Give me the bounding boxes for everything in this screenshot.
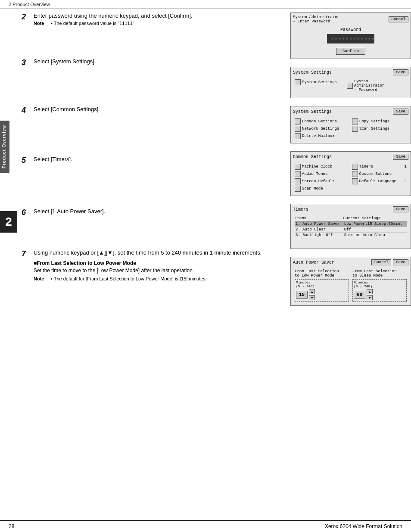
panel3-item-mailbox: Delete Mailbox xyxy=(295,133,349,139)
panel6-col2: From Last Selection to Sleep Mode Minute… xyxy=(352,269,407,302)
step-num-5: 5 xyxy=(22,156,30,165)
panel1-cancel-btn[interactable]: Cancel xyxy=(389,16,408,22)
panel-common-settings: Common Settings Save Machine Clock Audio… xyxy=(290,151,411,196)
panel6-cancel-btn[interactable]: Cancel xyxy=(371,259,391,265)
panel6-save-btn[interactable]: Save xyxy=(393,259,408,265)
panel6-col1-value: 15 xyxy=(296,291,308,299)
panel2-sys-settings-label: System Settings xyxy=(302,80,337,84)
timers-col-items: Items xyxy=(295,216,343,221)
panel6-col2-value: 60 xyxy=(354,291,365,299)
panel6-col1: From Last Selection to Low Power Mode Mi… xyxy=(295,269,349,302)
panel4-screen-default: Screen Default xyxy=(295,178,350,184)
step-4: 4 Select [Common Settings]. xyxy=(22,106,277,115)
panel3-header: System Settings xyxy=(293,109,332,114)
footer-product: Xerox 6204 Wide Format Solution xyxy=(325,523,402,529)
step-4-text: Select [Common Settings]. xyxy=(34,106,277,112)
panel1-password-label: Password xyxy=(295,28,407,32)
step-6: 6 Select [1.Auto Power Saver]. xyxy=(22,208,277,217)
step-2-note-label: Note xyxy=(34,21,47,26)
panel4-header: Common Settings xyxy=(293,155,332,159)
step-5-text: Select [Timers]. xyxy=(34,156,277,162)
panel3-item-scan: Scan Settings xyxy=(352,126,407,132)
timer-row-1: 1. Auto Power Saver Low Power:15 Sleep:6… xyxy=(295,221,407,227)
panel2-save-btn[interactable]: Save xyxy=(393,69,408,75)
panel3-item-common: Common Settings xyxy=(295,118,349,124)
step-num-2: 2 xyxy=(22,12,30,26)
step-num-7: 7 xyxy=(22,249,30,281)
timers-table: Items Current Settings 1. Auto Power Sav… xyxy=(295,216,407,238)
panel3-item-copy: Copy Settings xyxy=(352,118,407,124)
panel5-save-btn[interactable]: Save xyxy=(393,206,408,212)
step-7-note-label: Note xyxy=(34,276,47,281)
panel5-header: Timers xyxy=(293,207,308,212)
panel4-save-btn[interactable]: Save xyxy=(393,154,408,160)
step-num-3: 3 xyxy=(22,58,30,67)
side-tab-label: Product Overview xyxy=(0,121,9,173)
step-2-text: Enter password using the numeric keypad,… xyxy=(34,12,277,19)
panel6-col2-down-btn[interactable]: ▼ xyxy=(367,295,373,300)
panel4-machine-clock: Machine Clock xyxy=(295,164,350,170)
step-7: 7 Using numeric keypad or [▲][▼], set th… xyxy=(22,249,277,281)
panel3-save-btn[interactable]: Save xyxy=(393,109,408,115)
timer-row-2: 2. Auto Clear Off xyxy=(295,227,407,233)
step-7-text: Using numeric keypad or [▲][▼], set the … xyxy=(34,249,277,256)
panel6-col1-minutes: Minutes (5 - 240) 15 ▲ ▼ xyxy=(295,279,349,302)
panel1-header: System Administrator - Enter Password xyxy=(293,15,339,24)
from-last-text: Set the time to move to the [Low Power M… xyxy=(34,268,277,274)
panel1-confirm-btn[interactable]: Confirm xyxy=(336,48,365,55)
panel-auto-power-saver: Auto Power Saver Cancel Save From Last S… xyxy=(290,257,411,306)
panel2-sys-settings-icon xyxy=(295,79,301,85)
from-last-title: ■From Last Selection to Low Power Mode xyxy=(34,260,277,266)
step-3-text: Select [System Settings]. xyxy=(34,58,277,65)
timers-col-settings: Current Settings xyxy=(343,216,407,221)
step-num-6: 6 xyxy=(22,208,30,217)
panel-password: System Administrator - Enter Password Ca… xyxy=(290,12,411,59)
panel6-header: Auto Power Saver xyxy=(293,260,334,265)
panel3-item-network: Network Settings xyxy=(295,126,349,132)
step-num-4: 4 xyxy=(22,106,30,115)
panel-timers-list: Timers Save Items Current Settings 1. Au… xyxy=(290,204,411,249)
timer-row-3: 3. Backlight Off Same as Auto Clear xyxy=(295,233,407,238)
panel6-col2-up-btn[interactable]: ▲ xyxy=(367,289,373,294)
panel4-timers: Timers 1 xyxy=(352,164,407,170)
panel2-header: System Settings xyxy=(293,70,332,75)
panel-system-settings-2: System Settings Save Common Settings Cop… xyxy=(290,106,411,143)
step-2: 2 Enter password using the numeric keypa… xyxy=(22,12,277,26)
breadcrumb: 2 Product Overview xyxy=(0,0,411,9)
step-3: 3 Select [System Settings]. xyxy=(22,58,277,67)
footer: 28 Xerox 6204 Wide Format Solution xyxy=(0,520,411,532)
panel2-sysadmin-label: System Administrator - Password xyxy=(354,79,384,92)
panel4-default-language: Default Language 2 xyxy=(352,178,407,184)
step-2-note-text: • The default password value is "11111". xyxy=(51,21,136,26)
step-6-text: Select [1.Auto Power Saver]. xyxy=(34,208,277,215)
step-7-note-text: • The default for [From Last Selection t… xyxy=(51,276,207,281)
panel1-password-dots: ●●●●●●●●●●●● xyxy=(331,36,375,41)
panel4-scan-mode: Scan Mode xyxy=(295,186,350,192)
panel6-col2-minutes: Minutes (5 - 240) 60 ▲ ▼ xyxy=(352,279,407,302)
panel6-col1-up-btn[interactable]: ▲ xyxy=(309,289,315,294)
panel2-sysadmin-icon xyxy=(347,83,353,89)
step-5: 5 Select [Timers]. xyxy=(22,156,277,165)
chapter-number: 2 xyxy=(0,211,17,233)
panel-system-settings-1: System Settings Save System Settings Sys… xyxy=(290,67,411,98)
panel6-col1-down-btn[interactable]: ▼ xyxy=(309,295,315,300)
panel4-custom-buttons: Custom Buttons xyxy=(352,171,407,177)
footer-page-num: 28 xyxy=(9,523,14,529)
panel4-audio-tones: Audio Tones xyxy=(295,171,350,177)
